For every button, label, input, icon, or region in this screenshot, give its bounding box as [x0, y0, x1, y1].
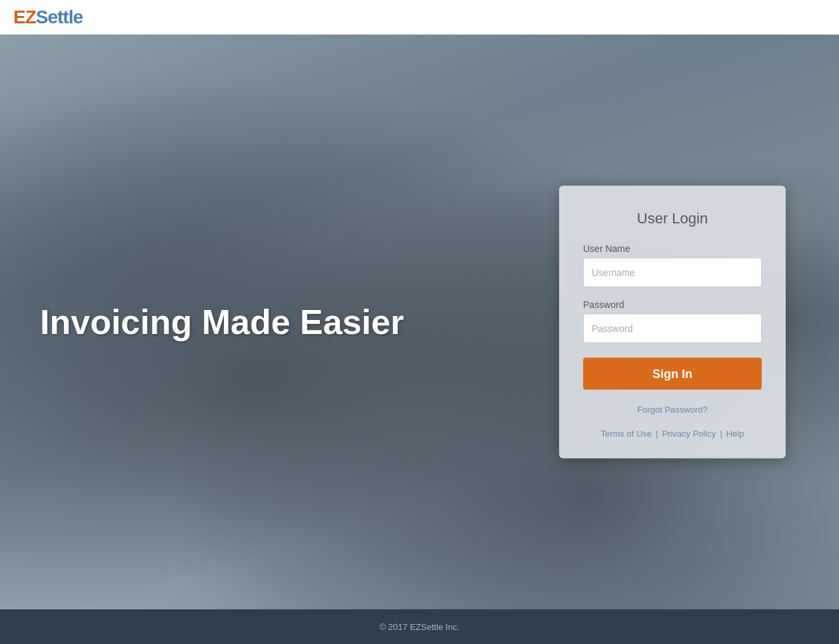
footer-links-container: Terms of Use | Privacy Policy | Help — [583, 429, 762, 439]
sign-in-button[interactable]: Sign In — [583, 358, 762, 390]
password-input[interactable] — [583, 314, 762, 343]
logo: EZSettle — [13, 7, 83, 28]
username-input[interactable] — [583, 258, 762, 287]
terms-of-use-link[interactable]: Terms of Use — [600, 429, 652, 439]
hero-tagline: Invoicing Made Easier — [40, 301, 404, 343]
separator-1: | — [656, 429, 658, 439]
footer: © 2017 EZSettle Inc. — [0, 609, 839, 644]
footer-copyright: © 2017 EZSettle Inc. — [379, 622, 459, 632]
password-label: Password — [583, 299, 762, 310]
logo-ez: EZ — [13, 7, 36, 27]
hero-section: Invoicing Made Easier User Login User Na… — [0, 35, 839, 609]
login-title: User Login — [583, 210, 762, 227]
privacy-policy-link[interactable]: Privacy Policy — [662, 429, 716, 439]
forgot-password-container: Forgot Password? — [583, 403, 762, 415]
forgot-password-link[interactable]: Forgot Password? — [637, 405, 708, 415]
separator-2: | — [720, 429, 722, 439]
header: EZSettle — [0, 0, 839, 35]
username-label: User Name — [583, 243, 762, 254]
login-card: User Login User Name Password Sign In Fo… — [559, 186, 786, 459]
help-link[interactable]: Help — [726, 429, 744, 439]
logo-settle: Settle — [36, 7, 83, 27]
